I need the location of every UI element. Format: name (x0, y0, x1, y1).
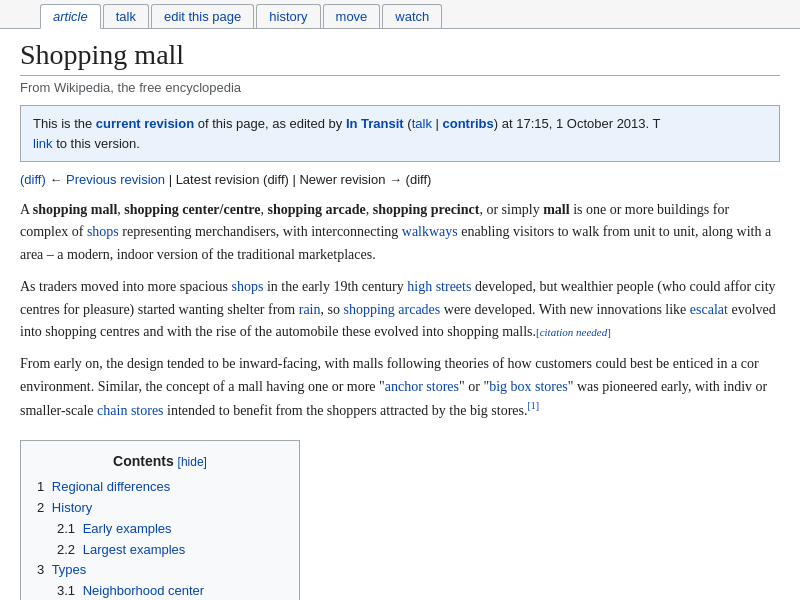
revision-text-middle: of this page, as edited by (194, 116, 346, 131)
rain-link[interactable]: rain (299, 302, 321, 317)
toc-link-neighborhood-center[interactable]: Neighborhood center (83, 583, 204, 598)
tab-talk[interactable]: talk (103, 4, 149, 28)
tab-watch[interactable]: watch (382, 4, 442, 28)
paragraph-3: From early on, the design tended to be i… (20, 353, 780, 422)
content-area: Shopping mall From Wikipedia, the free e… (0, 29, 800, 600)
anchor-stores-link[interactable]: anchor stores (385, 379, 459, 394)
diff-arrow: ← (49, 172, 66, 187)
toc-title: Contents [hide] (37, 453, 283, 469)
prev-revision-link[interactable]: Previous revision (66, 172, 165, 187)
high-streets-link[interactable]: high streets (407, 279, 471, 294)
revision-notice: This is the current revision of this pag… (20, 105, 780, 162)
toc-item-2: 2 History (37, 498, 283, 519)
shops-link-2[interactable]: shops (232, 279, 264, 294)
revision-link-suffix: to this version. (53, 136, 140, 151)
toc-box: Contents [hide] 1 Regional differences 2… (20, 440, 300, 600)
page-wrapper: article talk edit this page history move… (0, 0, 800, 600)
toc-link-history[interactable]: History (52, 500, 92, 515)
tab-article[interactable]: article (40, 4, 101, 29)
chain-stores-link[interactable]: chain stores (97, 403, 163, 418)
paragraph-1: A shopping mall, shopping center/centre,… (20, 199, 780, 266)
toc-item-2-2: 2.2 Largest examples (57, 540, 283, 561)
page-subtitle: From Wikipedia, the free encyclopedia (20, 80, 780, 95)
citation-needed: [citation needed] (536, 326, 611, 338)
toc-item-3: 3 Types (37, 560, 283, 581)
term-shopping-mall: shopping mall (33, 202, 117, 217)
diff-nav: (diff) ← Previous revision | Latest revi… (20, 172, 780, 187)
current-revision-link[interactable]: current revision (96, 116, 194, 131)
toc-link-largest-examples[interactable]: Largest examples (83, 542, 186, 557)
contribs-link[interactable]: contribs (443, 116, 494, 131)
diff-link[interactable]: (diff) (20, 172, 46, 187)
toc-item-1: 1 Regional differences (37, 477, 283, 498)
tab-move[interactable]: move (323, 4, 381, 28)
term-shopping-precinct: shopping precinct (373, 202, 480, 217)
tab-history[interactable]: history (256, 4, 320, 28)
toc-link-regional-differences[interactable]: Regional differences (52, 479, 170, 494)
shops-link-1[interactable]: shops (87, 224, 119, 239)
toc-link-early-examples[interactable]: Early examples (83, 521, 172, 536)
toc-item-3-1: 3.1 Neighborhood center (57, 581, 283, 600)
ref-1[interactable]: [1] (527, 400, 539, 411)
term-mall: mall (543, 202, 569, 217)
toc-hide-link[interactable]: [hide] (178, 455, 207, 469)
term-shopping-center: shopping center/centre (124, 202, 260, 217)
permalink-link[interactable]: link (33, 136, 53, 151)
editor-link[interactable]: In Transit (346, 116, 404, 131)
toc-item-2-1: 2.1 Early examples (57, 519, 283, 540)
toc-link-types[interactable]: Types (52, 562, 87, 577)
tab-edit[interactable]: edit this page (151, 4, 254, 28)
big-box-stores-link[interactable]: big box stores (489, 379, 568, 394)
talk-link[interactable]: talk (412, 116, 432, 131)
walkways-link[interactable]: walkways (402, 224, 458, 239)
term-shopping-arcade: shopping arcade (268, 202, 366, 217)
shopping-arcades-link[interactable]: shopping arcades (343, 302, 440, 317)
revision-text-after: ) at 17:15, 1 October 2013. T (494, 116, 661, 131)
paragraph-2: As traders moved into more spacious shop… (20, 276, 780, 343)
revision-text-before: This is the (33, 116, 96, 131)
escalators-link[interactable]: escalat (690, 302, 728, 317)
diff-separator: | Latest revision (diff) | Newer revisio… (169, 172, 432, 187)
tabs-bar: article talk edit this page history move… (0, 0, 800, 29)
page-title: Shopping mall (20, 39, 780, 76)
